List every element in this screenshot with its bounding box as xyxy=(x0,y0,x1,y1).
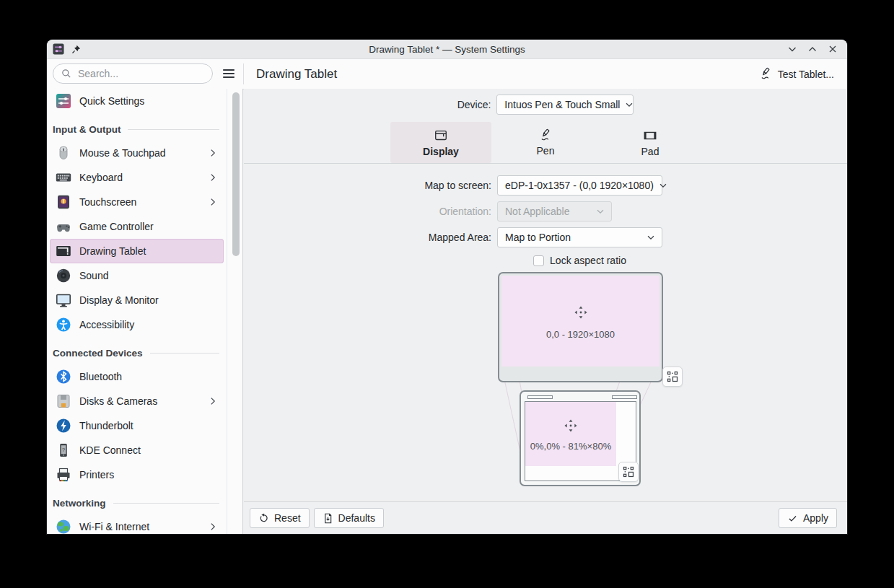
device-label: Device: xyxy=(457,99,491,110)
sidebar-item-keyboard[interactable]: Keyboard xyxy=(50,165,224,190)
sound-icon xyxy=(56,268,71,284)
reset-button[interactable]: Reset xyxy=(250,508,310,528)
sidebar-item-label: Touchscreen xyxy=(79,196,200,208)
apply-label: Apply xyxy=(803,512,828,524)
tab-label: Pen xyxy=(537,145,555,157)
sidebar-item-mouse-touchpad[interactable]: Mouse & Touchpad xyxy=(50,141,224,165)
touchscreen-icon xyxy=(56,194,71,210)
chevron-right-icon xyxy=(208,172,218,183)
maximize-button[interactable] xyxy=(805,42,820,56)
map-to-screen-select[interactable]: eDP-1-0x1357 - (0,0 1920×1080) xyxy=(497,175,662,196)
tabs-divider xyxy=(244,163,847,164)
mapped-area-value: Map to Portion xyxy=(505,232,571,243)
sidebar-item-label: Wi-Fi & Internet xyxy=(79,521,200,532)
tablet-mapped-area[interactable]: 0%,0% - 81%×80% xyxy=(525,402,616,466)
search-box[interactable] xyxy=(53,63,213,84)
sidebar-item-label: Game Controller xyxy=(79,221,218,232)
tab-label: Display xyxy=(423,146,459,157)
sidebar-item-label: Accessibility xyxy=(79,319,218,330)
pen-icon xyxy=(759,67,773,81)
tablet-button-strip xyxy=(612,395,637,399)
sidebar-item-label: Quick Settings xyxy=(79,95,218,107)
sidebar-scrollbar[interactable] xyxy=(232,92,240,256)
sidebar-item-drawing-tablet[interactable]: Drawing Tablet xyxy=(50,239,224,263)
move-icon xyxy=(571,303,590,322)
apply-button[interactable]: Apply xyxy=(779,508,837,528)
sidebar-item-label: Drawing Tablet xyxy=(79,245,218,257)
lock-aspect-checkbox[interactable] xyxy=(533,255,544,266)
minimize-button[interactable] xyxy=(785,42,799,56)
resize-icon xyxy=(623,466,634,478)
hamburger-icon xyxy=(222,66,236,81)
move-icon xyxy=(561,416,580,435)
defaults-button[interactable]: Defaults xyxy=(314,508,384,528)
device-select[interactable]: Intuos Pen & Touch Small xyxy=(496,95,634,115)
orientation-label: Orientation: xyxy=(244,206,491,217)
sidebar-item-wi-fi-internet[interactable]: Wi-Fi & Internet xyxy=(50,514,224,534)
sidebar-item-bluetooth[interactable]: Bluetooth xyxy=(50,364,224,389)
chevron-down-icon xyxy=(658,180,668,190)
bluetooth-icon xyxy=(56,369,71,385)
system-settings-window: Drawing Tablet * — System Settings Drawi… xyxy=(47,40,847,534)
sidebar-item-label: Mouse & Touchpad xyxy=(79,147,200,159)
header-row: Drawing Tablet Test Tablet... xyxy=(47,59,847,89)
pin-icon[interactable] xyxy=(71,44,82,55)
tab-display[interactable]: Display xyxy=(390,122,491,163)
checkmark-icon xyxy=(787,513,798,524)
accessibility-icon xyxy=(56,317,71,333)
search-input[interactable] xyxy=(76,67,188,80)
test-tablet-button[interactable]: Test Tablet... xyxy=(756,64,837,84)
keyboard-icon xyxy=(56,170,71,185)
display-tab-icon xyxy=(434,128,448,143)
chevron-right-icon xyxy=(208,197,218,207)
chevron-down-icon xyxy=(595,206,605,216)
footer: Reset Defaults Apply xyxy=(244,501,847,534)
disks-cameras-icon xyxy=(56,393,71,409)
printers-icon xyxy=(56,467,71,483)
chevron-down-icon xyxy=(646,232,656,242)
sidebar-item-label: Disks & Cameras xyxy=(79,395,200,407)
mapped-area-select[interactable]: Map to Portion xyxy=(497,227,662,247)
sidebar-item-display-monitor[interactable]: Display & Monitor xyxy=(50,288,224,312)
search-icon xyxy=(61,68,72,79)
sidebar-item-touchscreen[interactable]: Touchscreen xyxy=(50,190,224,214)
tablet-resize-button[interactable] xyxy=(618,462,639,482)
sidebar-item-accessibility[interactable]: Accessibility xyxy=(50,312,224,337)
header-divider xyxy=(243,63,244,84)
sidebar-item-sound[interactable]: Sound xyxy=(50,263,224,288)
display-monitor-icon xyxy=(56,292,71,308)
tab-pad[interactable]: Pad xyxy=(600,122,701,163)
sidebar-item-game-controller[interactable]: Game Controller xyxy=(50,214,224,239)
close-button[interactable] xyxy=(825,42,840,56)
tab-pen[interactable]: Pen xyxy=(495,122,596,163)
sidebar-item-quick-settings[interactable]: Quick Settings xyxy=(50,89,224,113)
tablet-button-strip xyxy=(527,395,553,399)
section-header-label: Connected Devices xyxy=(53,348,143,359)
sidebar-item-label: Display & Monitor xyxy=(79,294,218,306)
sidebar-item-printers[interactable]: Printers xyxy=(50,462,224,487)
menu-button[interactable] xyxy=(219,63,239,84)
device-value: Intuos Pen & Touch Small xyxy=(504,99,620,110)
sidebar-item-label: KDE Connect xyxy=(79,444,218,456)
drawing-tablet-icon xyxy=(56,243,71,259)
orientation-select: Not Applicable xyxy=(497,201,612,221)
svg-text:?: ? xyxy=(62,447,66,453)
mouse-icon xyxy=(56,145,71,161)
sidebar-section-input-output: Input & Output xyxy=(47,113,227,141)
orientation-value: Not Applicable xyxy=(505,206,570,217)
thunderbolt-icon xyxy=(56,418,71,434)
sidebar-item-label: Printers xyxy=(79,469,218,481)
sidebar-item-disks-cameras[interactable]: Disks & Cameras xyxy=(50,389,224,413)
resize-icon xyxy=(667,371,678,382)
sidebar-item-thunderbolt[interactable]: Thunderbolt xyxy=(50,413,224,438)
reset-label: Reset xyxy=(274,512,301,524)
screen-resize-button[interactable] xyxy=(662,367,683,387)
main-panel: Device: Intuos Pen & Touch Small Display… xyxy=(244,89,847,534)
map-to-screen-value: eDP-1-0x1357 - (0,0 1920×1080) xyxy=(505,180,654,191)
tab-label: Pad xyxy=(641,146,659,157)
screen-mapped-area[interactable]: 0,0 - 1920×1080 xyxy=(501,276,659,367)
game-controller-icon xyxy=(56,219,71,234)
chevron-right-icon xyxy=(208,522,218,532)
sidebar-item-kde-connect[interactable]: ?KDE Connect xyxy=(50,438,224,462)
app-logo-icon xyxy=(53,43,64,55)
